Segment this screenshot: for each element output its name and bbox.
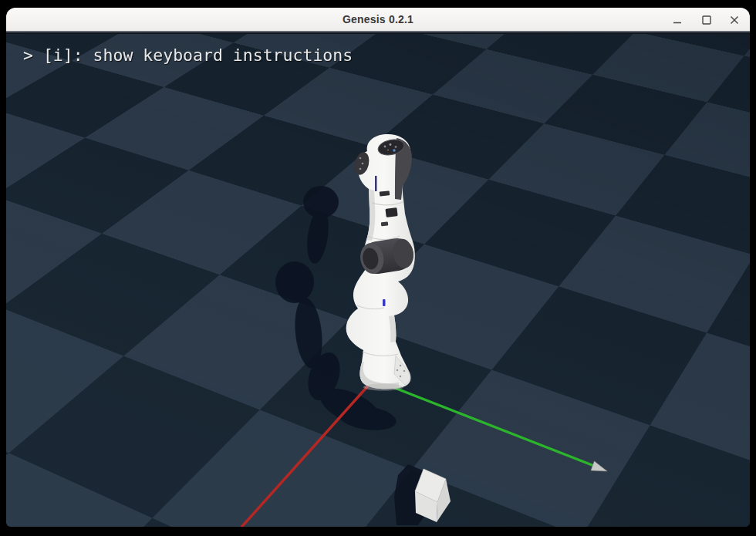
maximize-button[interactable]	[697, 11, 716, 29]
close-button[interactable]	[725, 11, 744, 29]
window-title: Genesis 0.2.1	[343, 13, 413, 25]
titlebar[interactable]: Genesis 0.2.1	[6, 8, 750, 32]
y-axis-green	[381, 383, 594, 466]
minimize-button[interactable]	[668, 11, 687, 29]
robot-arm	[346, 134, 416, 391]
genesis-window: Genesis 0.2.1	[6, 8, 750, 527]
close-icon	[727, 13, 741, 27]
maximize-icon	[700, 13, 714, 27]
y-axis-arrowhead	[591, 461, 607, 471]
minimize-icon	[670, 13, 684, 27]
scene-objects	[6, 34, 750, 527]
z-axis-blue	[383, 299, 386, 306]
x-axis-red	[238, 383, 370, 527]
cube	[415, 469, 451, 522]
overlay-hint-text: > [i]: show keyboard instructions	[23, 46, 353, 65]
viewport-3d[interactable]: > [i]: show keyboard instructions	[6, 34, 750, 527]
